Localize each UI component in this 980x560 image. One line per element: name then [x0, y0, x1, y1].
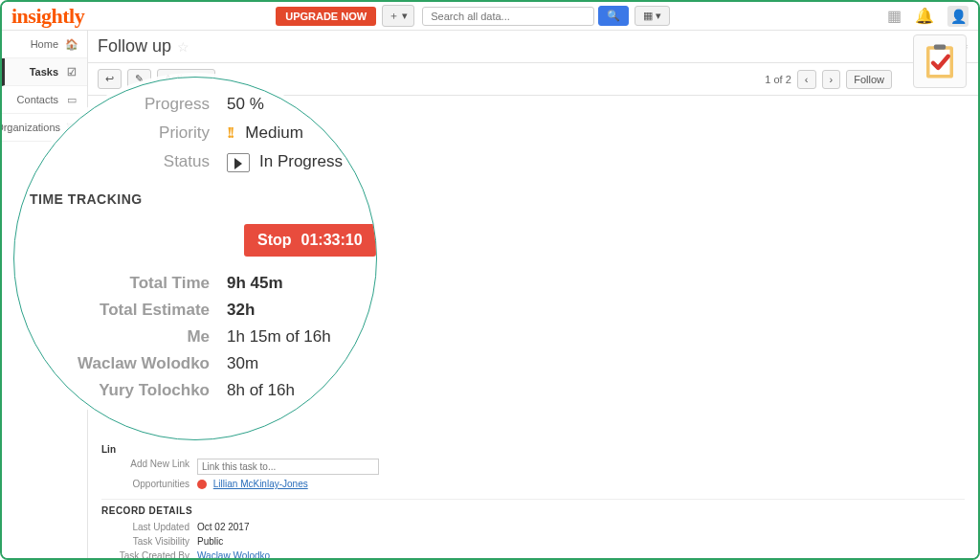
- record-detail-label: Task Visibility: [101, 536, 197, 547]
- sidebar-item-label: Contacts: [17, 94, 58, 105]
- sidebar-item-label: Organizations: [0, 122, 60, 133]
- search-button[interactable]: 🔍: [598, 6, 629, 26]
- time-tracking-heading: TIME TRACKING: [30, 191, 376, 207]
- focus-circle-overlay: Progress 50 % Priority !!Medium Status I…: [13, 77, 377, 440]
- add-new-button[interactable]: ＋ ▾: [382, 5, 414, 27]
- tasks-icon: ☑: [64, 64, 79, 79]
- sidebar-item-label: Home: [31, 38, 58, 50]
- user-avatar[interactable]: 👤: [947, 6, 969, 27]
- total-estimate-label: Total Estimate: [24, 301, 227, 320]
- priority-medium-icon: !!: [227, 123, 232, 142]
- sidebar-item-contacts[interactable]: Contacts ▭: [2, 86, 87, 114]
- add-new-link-label: Add New Link: [101, 459, 197, 475]
- topbar-right: ▦ 🔔 👤: [887, 6, 969, 27]
- total-time-value: 9h 45m: [227, 274, 283, 293]
- record-detail-label: Last Updated: [101, 522, 197, 532]
- favorite-star-icon[interactable]: ☆: [177, 39, 189, 55]
- pager-text: 1 of 2: [765, 74, 791, 85]
- calendar-icon[interactable]: ▦: [887, 7, 902, 25]
- time-entry-value: 8h of 16h: [227, 381, 295, 400]
- stop-timer-button[interactable]: Stop 01:33:10: [244, 224, 376, 257]
- back-button[interactable]: ↩: [98, 69, 122, 89]
- opportunities-label: Opportunities: [101, 479, 197, 489]
- record-detail-link[interactable]: Waclaw Wolodko: [197, 550, 270, 558]
- record-details-heading: RECORD DETAILS: [101, 499, 965, 516]
- opportunity-status-dot-icon: [197, 480, 207, 489]
- svg-rect-2: [934, 45, 946, 50]
- status-value: In Progress: [227, 152, 343, 172]
- search-input[interactable]: [431, 11, 586, 22]
- status-label: Status: [24, 152, 227, 171]
- record-detail-label: Task Created By: [101, 550, 197, 558]
- page-title: Follow up: [98, 36, 171, 56]
- time-entry-value: 30m: [227, 354, 258, 373]
- time-entry-label: Me: [24, 327, 227, 347]
- progress-value: 50 %: [227, 95, 264, 114]
- page-header: Follow up ☆ 🖶 ⚙: [88, 31, 978, 63]
- search-icon: 🔍: [607, 10, 620, 21]
- topbar: insightly UPGRADE NOW ＋ ▾ 🔍 ▦ ▾ ▦ 🔔 👤: [2, 2, 978, 31]
- time-entry-value: 1h 15m of 16h: [227, 327, 331, 347]
- priority-value: !!Medium: [227, 123, 303, 143]
- task-clipboard-badge: [913, 34, 967, 88]
- sidebar-item-home[interactable]: Home 🏠: [2, 31, 87, 58]
- total-time-label: Total Time: [24, 274, 227, 293]
- search-input-wrap[interactable]: [422, 7, 594, 26]
- stop-button-label: Stop: [257, 232, 292, 249]
- contacts-icon: ▭: [64, 92, 79, 107]
- play-icon: [227, 153, 250, 172]
- pager-next-button[interactable]: ›: [822, 70, 841, 89]
- apps-grid-button[interactable]: ▦ ▾: [635, 6, 670, 26]
- sidebar-item-tasks[interactable]: Tasks ☑: [2, 58, 87, 86]
- link-task-input[interactable]: [197, 459, 379, 475]
- timer-value: 01:33:10: [301, 232, 363, 249]
- record-detail-value: Public: [197, 536, 223, 547]
- follow-button[interactable]: Follow: [846, 70, 892, 89]
- time-entry-label: Waclaw Wolodko: [24, 354, 227, 373]
- clipboard-check-icon: [920, 41, 960, 81]
- brand-logo: insightly: [11, 4, 84, 29]
- record-detail-value: Oct 02 2017: [197, 522, 249, 532]
- linked-heading-fragment: Lin: [101, 444, 197, 455]
- sidebar-item-label: Tasks: [30, 66, 58, 78]
- notifications-icon[interactable]: 🔔: [915, 7, 934, 25]
- home-icon: 🏠: [64, 36, 79, 52]
- total-estimate-value: 32h: [227, 301, 255, 320]
- upgrade-button[interactable]: UPGRADE NOW: [276, 7, 376, 26]
- opportunity-link[interactable]: Lillian McKinlay-Jones: [213, 479, 308, 489]
- pager-prev-button[interactable]: ‹: [797, 70, 816, 89]
